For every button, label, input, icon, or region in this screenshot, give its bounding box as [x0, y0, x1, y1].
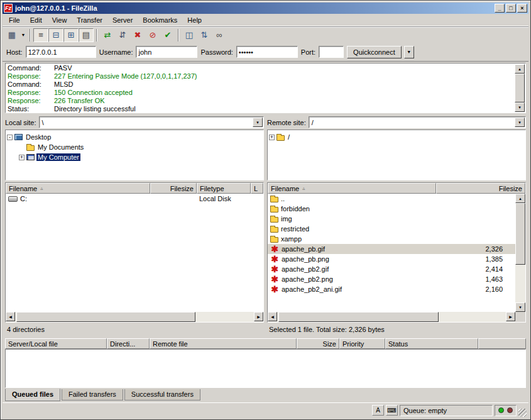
toggle-remote-tree-button[interactable]: ⊞ — [63, 28, 79, 42]
expand-icon[interactable]: + — [269, 135, 275, 140]
receive-activity-led-icon — [498, 407, 504, 413]
remote-file-row-selected[interactable]: apache_pb.gif 2,326 — [268, 244, 515, 254]
column-header-last-modified[interactable]: L — [251, 183, 263, 194]
password-input[interactable] — [236, 46, 298, 58]
close-button[interactable]: × — [517, 4, 527, 13]
scroll-track[interactable] — [277, 312, 506, 322]
remote-file-row[interactable]: forbidden — [268, 204, 515, 214]
column-header-filename[interactable]: Filename — [268, 183, 436, 194]
remote-list-hscrollbar[interactable]: ◀ ▶ — [268, 312, 515, 322]
remote-file-row[interactable]: .. — [268, 194, 515, 204]
remote-file-row[interactable]: apache_pb2_ani.gif 2,160 — [268, 284, 515, 294]
refresh-button[interactable]: ⇄ — [100, 28, 115, 42]
menu-transfer[interactable]: Transfer — [72, 15, 107, 25]
username-input[interactable] — [136, 46, 197, 58]
menu-edit[interactable]: Edit — [25, 15, 47, 25]
menu-view[interactable]: View — [47, 15, 72, 25]
scroll-thumb[interactable] — [278, 312, 439, 322]
site-manager-button[interactable]: ▦ — [4, 28, 19, 42]
scroll-up-icon[interactable]: ▲ — [515, 64, 525, 74]
disconnect-button[interactable]: ⊘ — [145, 28, 160, 42]
host-input[interactable] — [26, 46, 96, 58]
log-scrollbar[interactable]: ▲ ▼ — [515, 64, 525, 112]
remote-file-row[interactable]: apache_pb.png 1,385 — [268, 254, 515, 264]
quickconnect-button[interactable]: Quickconnect — [347, 46, 402, 58]
scroll-track[interactable] — [515, 203, 525, 302]
scroll-down-icon[interactable]: ▼ — [515, 102, 525, 112]
tab-queued-files[interactable]: Queued files — [5, 389, 60, 401]
scroll-up-icon[interactable]: ▲ — [515, 194, 525, 203]
filter-button[interactable]: ✔ — [160, 28, 175, 42]
menu-help[interactable]: Help — [182, 15, 207, 25]
find-files-button[interactable]: ∞ — [212, 28, 227, 42]
column-header-server-local-file[interactable]: Server/Local file — [5, 338, 107, 349]
remote-list-header: Filename Filesize — [268, 183, 525, 194]
column-header-status[interactable]: Status — [385, 338, 478, 349]
local-list-hscrollbar[interactable]: ◀ ▶ — [6, 312, 263, 322]
chevron-down-icon[interactable] — [515, 118, 525, 127]
sync-browse-button[interactable]: ⇅ — [197, 28, 212, 42]
toggle-queue-button[interactable]: ▤ — [79, 28, 94, 42]
column-header-filesize[interactable]: Filesize — [150, 183, 197, 194]
cancel-button[interactable]: ✖ — [130, 28, 145, 42]
process-queue-button[interactable]: ⇵ — [115, 28, 130, 42]
tab-failed-transfers[interactable]: Failed transfers — [62, 389, 123, 401]
column-header-filetype[interactable]: Filetype — [197, 183, 251, 194]
scroll-thumb[interactable] — [16, 312, 195, 322]
remote-file-row[interactable]: img — [268, 214, 515, 224]
toggle-message-log-button[interactable]: ≡ — [33, 28, 48, 42]
local-file-list: Filename Filesize Filetype L C: Local Di… — [5, 182, 264, 323]
column-header-priority[interactable]: Priority — [339, 338, 385, 349]
tree-item-my-computer[interactable]: + My Computer — [7, 152, 262, 162]
tree-item-root[interactable]: + / — [269, 132, 524, 142]
encryption-status-icon[interactable]: ⌨ — [386, 405, 398, 416]
scroll-track[interactable] — [515, 74, 525, 102]
title-bar[interactable]: Fz john@127.0.0.1 - FileZilla _ □ × — [3, 3, 528, 14]
remote-file-row[interactable]: apache_pb2.png 1,463 — [268, 274, 515, 284]
queue-body[interactable] — [5, 349, 526, 388]
transfer-type-icon[interactable]: A — [372, 405, 384, 416]
compare-button[interactable]: ◫ — [182, 28, 197, 42]
column-header-filesize[interactable]: Filesize — [436, 183, 525, 194]
remote-site-combobox[interactable]: / — [309, 116, 526, 128]
local-file-row[interactable]: C: Local Disk — [6, 194, 263, 204]
queue-view-icon: ▤ — [82, 30, 90, 40]
menu-server[interactable]: Server — [107, 15, 138, 25]
maximize-button[interactable]: □ — [506, 4, 516, 13]
port-input[interactable] — [319, 46, 344, 58]
log-line: Response:227 Entering Passive Mode (127,… — [8, 72, 513, 80]
tree-item-my-documents[interactable]: My Documents — [7, 142, 262, 152]
scroll-thumb[interactable] — [515, 74, 525, 102]
quickconnect-dropdown-button[interactable]: ▼ — [404, 46, 414, 58]
scroll-right-icon[interactable]: ▶ — [254, 312, 263, 321]
minimize-button[interactable]: _ — [495, 4, 505, 13]
tree-item-desktop[interactable]: - Desktop — [7, 132, 262, 142]
column-header-direction[interactable]: Directi... — [107, 338, 150, 349]
scroll-track[interactable] — [15, 312, 254, 322]
column-header-remote-file[interactable]: Remote file — [150, 338, 297, 349]
chevron-down-icon: ▼ — [407, 50, 411, 54]
expand-icon[interactable]: + — [19, 155, 25, 160]
remote-file-row[interactable]: restricted — [268, 224, 515, 234]
local-site-combobox[interactable]: \ — [39, 116, 264, 128]
menu-file[interactable]: File — [4, 15, 25, 25]
column-header-filename[interactable]: Filename — [6, 183, 150, 194]
local-tree: - Desktop My Documents + My Computer — [5, 130, 264, 180]
remote-file-row[interactable]: xampp — [268, 234, 515, 244]
resize-grip[interactable] — [518, 409, 527, 417]
column-header-size[interactable]: Size — [297, 338, 339, 349]
scroll-left-icon[interactable]: ◀ — [6, 312, 15, 321]
remote-file-row[interactable]: apache_pb2.gif 2,414 — [268, 264, 515, 274]
site-manager-dropdown-button[interactable]: ▼ — [19, 28, 27, 42]
scroll-left-icon[interactable]: ◀ — [268, 312, 277, 321]
tab-successful-transfers[interactable]: Successful transfers — [124, 389, 200, 401]
chevron-down-icon[interactable] — [253, 118, 263, 127]
remote-list-vscrollbar[interactable]: ▲ ▼ — [515, 194, 525, 312]
menu-bookmarks[interactable]: Bookmarks — [138, 15, 182, 25]
folder-icon — [270, 227, 278, 233]
scroll-down-icon[interactable]: ▼ — [515, 302, 525, 312]
scroll-thumb[interactable] — [515, 203, 525, 265]
collapse-icon[interactable]: - — [7, 135, 13, 140]
scroll-right-icon[interactable]: ▶ — [506, 312, 515, 321]
toggle-local-tree-button[interactable]: ⊟ — [48, 28, 63, 42]
